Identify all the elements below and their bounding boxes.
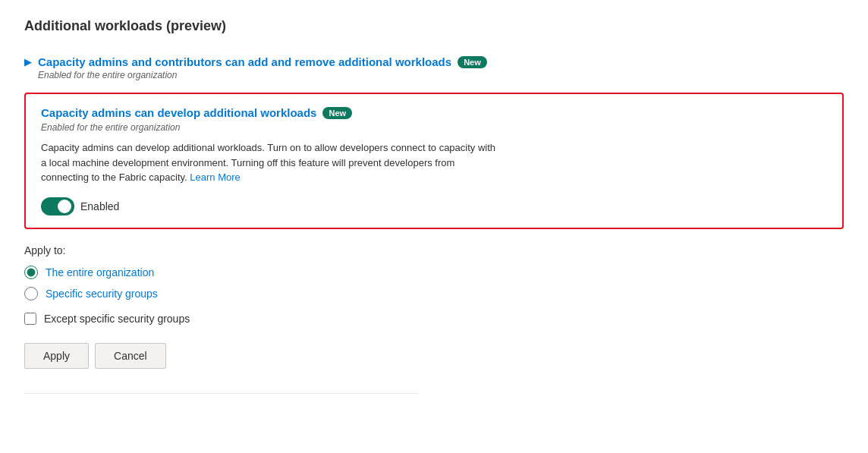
radio-specific-groups[interactable]: Specific security groups [24,287,844,300]
collapsed-item-header: Capacity admins and contributors can add… [38,55,487,80]
expanded-item-subtitle: Enabled for the entire organization [41,122,827,133]
page-title: Additional workloads (preview) [24,18,844,34]
divider [24,393,419,394]
expanded-card: Capacity admins can develop additional w… [24,93,844,229]
toggle-container[interactable]: Enabled [41,197,827,215]
expanded-new-badge: New [322,107,352,119]
radio-entire-org[interactable]: The entire organization [24,266,844,279]
apply-to-title: Apply to: [24,244,844,256]
collapsed-item-title: Capacity admins and contributors can add… [38,55,451,68]
except-groups-checkbox[interactable] [24,313,36,325]
collapsed-new-badge: New [458,56,487,68]
toggle-slider [41,197,74,215]
radio-specific-groups-label: Specific security groups [46,288,158,300]
apply-to-section: Apply to: The entire organization Specif… [24,244,844,325]
collapsed-item-title-row: Capacity admins and contributors can add… [38,55,487,68]
radio-group: The entire organization Specific securit… [24,266,844,300]
cancel-button[interactable]: Cancel [95,343,166,369]
chevron-right-icon: ▶ [24,56,32,68]
collapsed-item-subtitle: Enabled for the entire organization [38,70,487,80]
learn-more-link[interactable]: Learn More [190,171,240,183]
radio-entire-org-input[interactable] [24,266,38,279]
description-text: Capacity admins can develop additional w… [41,140,496,185]
radio-specific-groups-input[interactable] [24,287,38,300]
expanded-item-title: Capacity admins can develop additional w… [41,106,316,119]
toggle-switch[interactable] [41,197,74,215]
except-groups-checkbox-item[interactable]: Except specific security groups [24,313,844,325]
toggle-label: Enabled [80,200,119,212]
collapsed-item[interactable]: ▶ Capacity admins and contributors can a… [24,49,844,87]
apply-button[interactable]: Apply [24,343,89,369]
expanded-title-row: Capacity admins can develop additional w… [41,106,827,119]
button-row: Apply Cancel [24,343,844,369]
except-groups-label: Except specific security groups [44,313,190,325]
radio-entire-org-label: The entire organization [46,266,154,278]
